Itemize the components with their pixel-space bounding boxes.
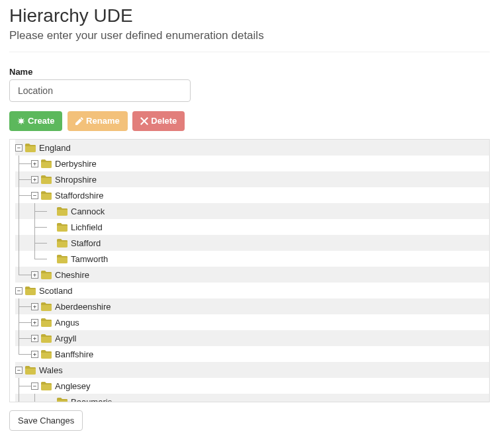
folder-icon <box>41 302 52 311</box>
collapse-icon[interactable]: − <box>15 367 23 374</box>
tree-node-label: Scotland <box>39 286 73 296</box>
hierarchy-tree[interactable]: − England+ Derbyshire+ Shropshire− Staff… <box>9 139 490 402</box>
tree-connector <box>15 314 31 330</box>
tree-row[interactable]: − England <box>15 140 489 156</box>
folder-icon <box>41 334 52 343</box>
tree-connector <box>15 298 31 314</box>
save-changes-button[interactable]: Save Changes <box>9 410 83 431</box>
tree-node-label: Shropshire <box>55 175 97 185</box>
collapse-icon[interactable]: − <box>31 382 38 390</box>
tree-connector <box>31 251 47 267</box>
toggle-spacer <box>47 240 54 247</box>
tree-node-label: Stafford <box>71 238 101 248</box>
folder-icon <box>41 271 52 279</box>
tree-row[interactable]: − Scotland <box>15 283 489 298</box>
toggle-spacer <box>47 208 54 215</box>
tree-row[interactable]: − Anglesey <box>15 378 489 394</box>
tree-connector <box>31 394 47 402</box>
tree-row[interactable]: + Derbyshire <box>15 156 489 171</box>
toggle-spacer <box>47 398 54 403</box>
tree-row[interactable]: Cannock <box>15 203 489 219</box>
expand-icon[interactable]: + <box>31 176 38 183</box>
collapse-icon[interactable]: − <box>15 287 23 294</box>
tree-connector <box>15 235 31 251</box>
tree-node-label: England <box>39 143 71 153</box>
create-button-label: Create <box>28 115 54 127</box>
toggle-spacer <box>47 224 54 231</box>
tree-row[interactable]: Lichfield <box>15 219 489 235</box>
tree-node-label: Anglesey <box>55 381 90 391</box>
tree-node-label: Beaumaris <box>71 397 112 403</box>
tree-node-label: Cannock <box>71 206 105 216</box>
folder-icon <box>41 350 52 359</box>
folder-icon <box>25 366 36 375</box>
tree-row[interactable]: + Angus <box>15 314 489 330</box>
tree-row[interactable]: + Banffshire <box>15 346 489 362</box>
delete-button-label: Delete <box>151 115 177 127</box>
collapse-icon[interactable]: − <box>31 192 38 199</box>
name-label: Name <box>9 67 490 77</box>
tree-connector <box>15 251 31 267</box>
create-button[interactable]: Create <box>9 111 62 131</box>
tree-connector <box>15 187 31 203</box>
tree-node-label: Staffordshire <box>55 191 103 201</box>
tree-row[interactable]: + Aberdeenshire <box>15 298 489 314</box>
tree-connector <box>15 203 31 219</box>
rename-button-label: Rename <box>86 115 120 127</box>
action-button-row: Create Rename Delete <box>9 111 490 131</box>
tree-connector <box>15 267 31 283</box>
tree-connector <box>31 219 47 235</box>
expand-icon[interactable]: + <box>31 335 38 342</box>
divider <box>9 52 490 52</box>
tree-connector <box>31 235 47 251</box>
tree-connector <box>15 394 31 402</box>
tree-node-label: Banffshire <box>55 349 93 359</box>
expand-icon[interactable]: + <box>31 271 38 279</box>
folder-icon <box>41 175 52 184</box>
tree-row[interactable]: − Staffordshire <box>15 187 489 203</box>
tree-row[interactable]: + Argyll <box>15 330 489 346</box>
folder-icon <box>41 382 52 390</box>
folder-icon <box>57 207 68 216</box>
tree-row[interactable]: − Wales <box>15 362 489 378</box>
expand-icon[interactable]: + <box>31 351 38 358</box>
tree-row[interactable]: + Cheshire <box>15 267 489 283</box>
tree-connector <box>15 219 31 235</box>
tree-connector <box>15 378 31 394</box>
tree-row[interactable]: + Shropshire <box>15 171 489 187</box>
tree-node-label: Wales <box>39 365 63 375</box>
page-subtitle: Please enter your user defined enumerati… <box>9 29 490 42</box>
tree-node-label: Derbyshire <box>55 159 97 169</box>
tree-row[interactable]: Tamworth <box>15 251 489 267</box>
close-icon <box>140 117 148 125</box>
name-input[interactable] <box>9 79 191 102</box>
expand-icon[interactable]: + <box>31 303 38 310</box>
tree-connector <box>15 330 31 346</box>
tree-connector <box>31 203 47 219</box>
asterisk-icon <box>17 117 25 125</box>
delete-button[interactable]: Delete <box>132 111 185 131</box>
toggle-spacer <box>47 255 54 263</box>
folder-icon <box>57 223 68 232</box>
folder-icon <box>41 159 52 168</box>
pencil-icon <box>75 117 83 125</box>
expand-icon[interactable]: + <box>31 319 38 326</box>
tree-node-label: Angus <box>55 318 79 328</box>
folder-icon <box>57 398 68 403</box>
rename-button[interactable]: Rename <box>68 111 128 131</box>
folder-icon <box>25 144 36 152</box>
tree-row[interactable]: Beaumaris <box>15 394 489 402</box>
tree-node-label: Cheshire <box>55 270 89 280</box>
folder-icon <box>57 239 68 247</box>
tree-connector <box>15 156 31 171</box>
tree-row[interactable]: Stafford <box>15 235 489 251</box>
page-title: Hierarchy UDE <box>9 5 490 26</box>
expand-icon[interactable]: + <box>31 160 38 167</box>
folder-icon <box>25 287 36 295</box>
tree-node-label: Aberdeenshire <box>55 302 111 312</box>
collapse-icon[interactable]: − <box>15 144 23 152</box>
tree-node-label: Tamworth <box>71 254 108 264</box>
tree-node-label: Lichfield <box>71 222 103 232</box>
tree-node-label: Argyll <box>55 334 77 343</box>
folder-icon <box>41 318 52 327</box>
